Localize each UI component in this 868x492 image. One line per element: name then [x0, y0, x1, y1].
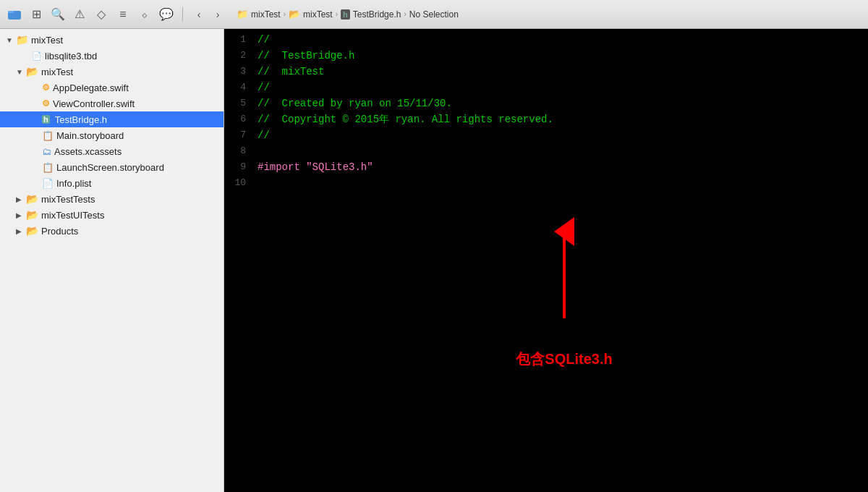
- grid-icon[interactable]: ⊞: [27, 6, 45, 23]
- sidebar-label-mixtestuitests: mixTestUITests: [41, 210, 104, 221]
- breadcrumb: 📁 mixTest › 📂 mixTest › h TestBridge.h ›…: [237, 9, 459, 20]
- sidebar-item-mixtesttests[interactable]: ▶ 📂 mixTestTests: [0, 191, 224, 207]
- breadcrumb-item-mixttest[interactable]: 📁 mixTest: [237, 9, 281, 20]
- line-num-10: 10: [224, 175, 246, 191]
- toggle-mixtesttests: ▶: [16, 195, 26, 203]
- toggle-mixtest-root: ▼: [6, 36, 16, 44]
- code-line-8: [258, 143, 868, 159]
- sidebar-label-mixtesttests: mixTestTests: [41, 194, 95, 205]
- code-line-4: //: [258, 80, 868, 96]
- breadcrumb-no-selection: No Selection: [409, 9, 459, 20]
- code-line-2: // TestBridge.h: [258, 48, 868, 64]
- svg-rect-1: [8, 11, 14, 13]
- sidebar-item-launchscreen[interactable]: 📋 LaunchScreen.storyboard: [0, 159, 224, 175]
- warning-icon[interactable]: ⚠: [71, 6, 88, 23]
- line-num-7: 7: [224, 127, 246, 143]
- code-editor[interactable]: 1 2 3 4 5 6 7 8 9 10 // // TestBridge.h …: [224, 29, 868, 492]
- list-icon[interactable]: ≡: [114, 6, 132, 23]
- toggle-products: ▶: [16, 227, 26, 235]
- swift-icon-viewcontroller: ⚙: [42, 98, 50, 109]
- sidebar-label-mainstoryboard: Main.storyboard: [56, 130, 124, 141]
- code-line-3: // mixTest: [258, 64, 868, 80]
- bookmark-icon[interactable]: ◇: [93, 6, 110, 23]
- tbd-file-icon: 📄: [32, 51, 42, 61]
- sidebar-item-testbridge[interactable]: h TestBridge.h: [0, 111, 224, 127]
- line-num-4: 4: [224, 80, 246, 96]
- line-num-1: 1: [224, 32, 246, 48]
- code-line-5: // Created by ryan on 15/11/30.: [258, 96, 868, 111]
- sidebar-item-assets[interactable]: 🗂 Assets.xcassets: [0, 143, 224, 159]
- folder-icon-products: 📂: [26, 225, 38, 237]
- code-line-7: //: [258, 127, 868, 143]
- sidebar-label-testbridge: TestBridge.h: [55, 114, 107, 125]
- line-num-2: 2: [224, 48, 246, 64]
- line-num-3: 3: [224, 64, 246, 80]
- sidebar-item-libsqlite3[interactable]: 📄 libsqlite3.tbd: [0, 48, 224, 64]
- storyboard-icon-main: 📋: [42, 130, 54, 141]
- line-num-8: 8: [224, 143, 246, 159]
- folder-icon-tests: 📂: [26, 193, 38, 205]
- breadcrumb-item-mixtest2[interactable]: 📂 mixTest: [289, 9, 333, 20]
- breadcrumb-sep-3: ›: [404, 10, 406, 18]
- toggle-mixtest-group: ▼: [16, 68, 26, 76]
- sidebar-label-products: Products: [41, 226, 78, 237]
- nav-buttons: ‹ ›: [190, 6, 226, 23]
- sidebar-label-viewcontroller: ViewController.swift: [53, 98, 135, 109]
- sidebar-item-mixtest-group[interactable]: ▼ 📂 mixTest: [0, 64, 224, 80]
- swift-icon-appdelegate: ⚙: [42, 82, 50, 93]
- forward-button[interactable]: ›: [209, 6, 226, 23]
- code-lines: // // TestBridge.h // mixTest // // Crea…: [253, 32, 868, 489]
- storyboard-icon-launch: 📋: [42, 162, 54, 173]
- xcassets-icon: 🗂: [42, 146, 51, 157]
- sidebar-label-infoplist: Info.plist: [56, 178, 91, 189]
- sidebar-label-appdelegate: AppDelegate.swift: [53, 82, 129, 93]
- code-line-1: //: [258, 32, 868, 48]
- line-num-6: 6: [224, 111, 246, 127]
- code-line-9: #import "SQLite3.h": [258, 159, 868, 175]
- sidebar-item-infoplist[interactable]: 📄 Info.plist: [0, 175, 224, 191]
- search-icon[interactable]: 🔍: [49, 6, 67, 23]
- folder-icon: 📁: [16, 34, 28, 46]
- sidebar-item-mainstoryboard[interactable]: 📋 Main.storyboard: [0, 127, 224, 143]
- toggle-mixtestuitests: ▶: [16, 211, 26, 219]
- sidebar-item-mixtest-root[interactable]: ▼ 📁 mixTest: [0, 32, 224, 48]
- line-numbers: 1 2 3 4 5 6 7 8 9 10: [224, 32, 253, 489]
- sidebar-label-mixtest-root: mixTest: [31, 35, 63, 46]
- sidebar: ▼ 📁 mixTest 📄 libsqlite3.tbd ▼ 📂 mixTest…: [0, 29, 224, 492]
- breadcrumb-item-testbridge[interactable]: h TestBridge.h: [341, 9, 401, 20]
- back-button[interactable]: ‹: [190, 6, 208, 23]
- code-area: 1 2 3 4 5 6 7 8 9 10 // // TestBridge.h …: [224, 29, 868, 492]
- sidebar-label-mixtest-group: mixTest: [41, 67, 73, 77]
- sidebar-label-libsqlite3: libsqlite3.tbd: [45, 51, 97, 62]
- separator: [182, 7, 183, 22]
- main-area: ▼ 📁 mixTest 📄 libsqlite3.tbd ▼ 📂 mixTest…: [0, 29, 868, 492]
- line-num-9: 9: [224, 159, 246, 175]
- plist-icon: 📄: [42, 178, 54, 189]
- sidebar-item-products[interactable]: ▶ 📂 Products: [0, 223, 224, 239]
- folder-yellow-icon: 📂: [26, 66, 38, 77]
- code-line-10: [258, 175, 868, 191]
- code-line-6: // Copyright © 2015年 ryan. All rights re…: [258, 111, 868, 127]
- folder-icon[interactable]: [6, 6, 23, 23]
- sidebar-item-mixtestuitests[interactable]: ▶ 📂 mixTestUITests: [0, 207, 224, 223]
- breadcrumb-sep-2: ›: [336, 10, 338, 18]
- sidebar-item-viewcontroller[interactable]: ⚙ ViewController.swift: [0, 96, 224, 111]
- folder-icon-uitests: 📂: [26, 209, 38, 221]
- sidebar-item-appdelegate[interactable]: ⚙ AppDelegate.swift: [0, 80, 224, 96]
- toolbar: ⊞ 🔍 ⚠ ◇ ≡ ⬦ 💬 ‹ › 📁 mixTest › 📂 mixTest …: [0, 0, 868, 29]
- sidebar-label-assets: Assets.xcassets: [54, 146, 122, 157]
- bubble-icon[interactable]: 💬: [158, 6, 175, 23]
- tag-icon[interactable]: ⬦: [136, 6, 153, 23]
- sidebar-label-launchscreen: LaunchScreen.storyboard: [56, 162, 164, 173]
- line-num-5: 5: [224, 96, 246, 111]
- breadcrumb-sep-1: ›: [284, 10, 286, 18]
- h-file-icon: h: [42, 115, 50, 124]
